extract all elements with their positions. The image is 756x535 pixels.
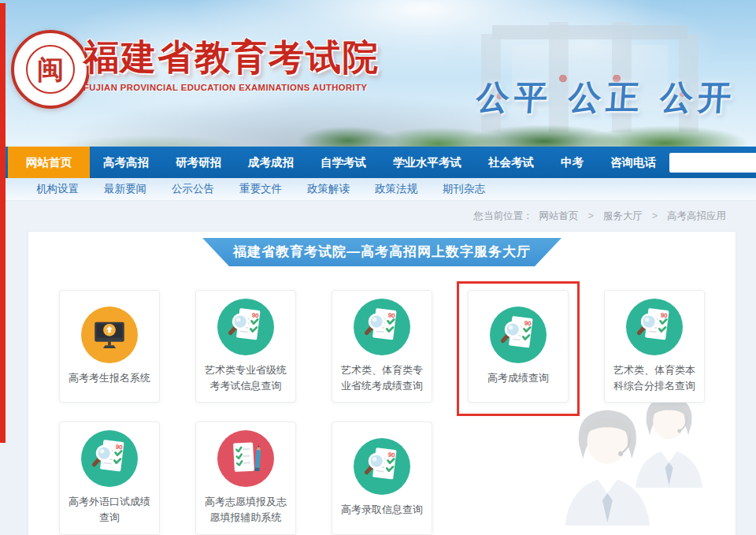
- doc-pencil-icon: [222, 435, 269, 482]
- nav-tab-middle-exam[interactable]: 中考: [547, 147, 597, 178]
- main-nav: 网站首页 高考高招 研考研招 成考成招 自学考试 学业水平考试 社会考试 中考 …: [0, 147, 756, 178]
- search-doc-icon: [631, 303, 678, 351]
- card-gaokao-score-query[interactable]: 高考成绩查询: [468, 290, 569, 403]
- annotation-left-bar: [0, 3, 6, 443]
- nav-tab-home[interactable]: 网站首页: [8, 147, 90, 178]
- icon-circle: [490, 307, 547, 363]
- subnav-org-setup[interactable]: 机构设置: [24, 178, 91, 200]
- breadcrumb-service-hall[interactable]: 服务大厅: [597, 210, 649, 221]
- icon-circle: [217, 299, 274, 355]
- card-gaokao-registration[interactable]: 高考考生报名系统: [59, 290, 160, 403]
- search-doc-icon: [86, 435, 133, 482]
- card-volunteer-filling[interactable]: 高考志愿填报及志愿填报辅助系统: [195, 422, 296, 534]
- seal-emblem: 闽: [37, 56, 64, 83]
- breadcrumb-separator: >: [584, 210, 596, 221]
- nav-tab-social-exam[interactable]: 社会考试: [475, 147, 547, 178]
- subnav-policy-interpretation[interactable]: 政策解读: [295, 178, 362, 200]
- card-label: 艺术类、体育类专业省统考成绩查询: [338, 362, 426, 394]
- search-doc-icon: [358, 303, 406, 351]
- search-doc-icon: [495, 311, 542, 359]
- card-cell-foreign-language-oral: 高考外语口试成绩查询: [59, 422, 160, 534]
- icon-circle: [354, 299, 410, 355]
- search-input[interactable]: [669, 153, 756, 173]
- card-art-sports-ranking[interactable]: 艺术类、体育类本科综合分排名查询: [604, 290, 705, 403]
- card-label: 艺术类专业省级统考考试信息查询: [202, 362, 290, 394]
- icon-circle: [354, 438, 410, 495]
- service-hall-banner: 福建省教育考试院—高考高招网上数字服务大厅: [202, 238, 561, 266]
- breadcrumb-label: 您当前位置：: [473, 210, 532, 221]
- breadcrumb: 您当前位置：网站首页>服务大厅>高考高招应用: [0, 201, 756, 232]
- seal-inner-ring: 闽: [26, 45, 75, 94]
- nav-tab-self-study[interactable]: 自学考试: [307, 147, 380, 178]
- card-cell-volunteer-filling: 高考志愿填报及志愿填报辅助系统: [195, 422, 296, 534]
- icon-circle: [217, 430, 274, 487]
- site-header: 闽 福建省教育考试院 FUJIAN PROVINCIAL EDUCATION E…: [0, 0, 756, 147]
- subnav-periodicals[interactable]: 期刊杂志: [430, 178, 498, 200]
- card-art-provincial-exam-info[interactable]: 艺术类专业省级统考考试信息查询: [195, 290, 296, 403]
- title-block: 福建省教育考试院 FUJIAN PROVINCIAL EDUCATION EXA…: [83, 38, 380, 92]
- breadcrumb-site-home[interactable]: 网站首页: [532, 210, 584, 221]
- breadcrumb-separator: >: [649, 210, 661, 221]
- subnav-policy-regulations[interactable]: 政策法规: [362, 178, 430, 200]
- icon-circle: [626, 299, 683, 355]
- nav-tab-consult-phone[interactable]: 咨询电话: [597, 147, 669, 178]
- card-art-sports-score-query[interactable]: 艺术类、体育类专业省统考成绩查询: [332, 290, 432, 403]
- card-cell-art-sports-score-query: 艺术类、体育类专业省统考成绩查询: [332, 290, 432, 403]
- icon-circle: [81, 430, 138, 487]
- card-cell-gaokao-registration: 高考考生报名系统: [59, 290, 160, 403]
- nav-tab-gaokao-admission[interactable]: 高考高招: [90, 147, 162, 178]
- search-doc-icon: [222, 303, 269, 351]
- site-title: 福建省教育考试院: [83, 38, 380, 77]
- header-slogan: 公平 公正 公开: [475, 76, 737, 120]
- card-cell-admission-info: 高考录取信息查询: [332, 422, 432, 534]
- icon-circle: [81, 307, 138, 363]
- card-label: 高考成绩查询: [487, 370, 549, 386]
- breadcrumb-gaokao-apps[interactable]: 高考高招应用: [661, 210, 732, 221]
- secondary-nav: 机构设置 最新要闻 公示公告 重要文件 政策解读 政策法规 期刊杂志: [0, 178, 756, 201]
- card-label: 高考考生报名系统: [69, 370, 150, 386]
- nav-tab-adult-exam[interactable]: 成考成招: [235, 147, 307, 178]
- search-doc-icon: [358, 443, 406, 490]
- card-foreign-language-oral[interactable]: 高考外语口试成绩查询: [59, 422, 160, 534]
- subnav-important-docs[interactable]: 重要文件: [227, 178, 295, 200]
- card-admission-info[interactable]: 高考录取信息查询: [332, 422, 432, 534]
- site-subtitle: FUJIAN PROVINCIAL EDUCATION EXAMINATIONS…: [83, 83, 380, 92]
- card-label: 艺术类、体育类本科综合分排名查询: [610, 362, 699, 394]
- site-logo: 闽: [11, 30, 90, 109]
- card-label: 高考录取信息查询: [341, 502, 423, 518]
- card-label: 高考外语口试成绩查询: [65, 494, 154, 526]
- subnav-latest-news[interactable]: 最新要闻: [91, 178, 159, 200]
- upload-monitor-icon: [86, 311, 133, 359]
- card-cell-art-provincial-exam-info: 艺术类专业省级统考考试信息查询: [195, 290, 296, 403]
- content-panel: 福建省教育考试院—高考高招网上数字服务大厅 高考考生报名系统 艺术类专业省级统考…: [28, 231, 736, 535]
- service-card-grid: 高考考生报名系统 艺术类专业省级统考考试信息查询 艺术类、体育类专业省统考成绩查…: [59, 290, 705, 535]
- card-cell-gaokao-score-query: 高考成绩查询: [468, 290, 569, 403]
- nav-tab-academic-level[interactable]: 学业水平考试: [380, 147, 475, 178]
- treeline-decoration: [0, 120, 756, 147]
- nav-tab-graduate-exam[interactable]: 研考研招: [162, 147, 235, 178]
- card-label: 高考志愿填报及志愿填报辅助系统: [202, 494, 290, 526]
- search-area: [669, 147, 756, 178]
- subnav-public-notice[interactable]: 公示公告: [159, 178, 227, 200]
- card-cell-art-sports-ranking: 艺术类、体育类本科综合分排名查询: [604, 290, 705, 403]
